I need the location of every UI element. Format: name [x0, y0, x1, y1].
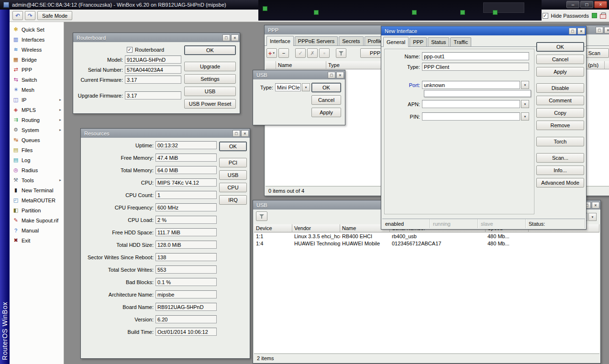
safe-mode-button[interactable]: Safe Mode [37, 11, 72, 20]
sidebar-item[interactable]: ◧ Partition [10, 205, 64, 215]
port-combo-value[interactable]: unknown [422, 81, 520, 89]
name-input[interactable] [422, 52, 529, 60]
sidebar-item[interactable]: ⚒ Tools ▸ [10, 175, 64, 185]
action-button[interactable]: OK [184, 45, 236, 55]
undo-button[interactable]: ↶ [12, 11, 23, 20]
routerboard-checkbox[interactable]: ✓ [127, 47, 133, 53]
action-button[interactable]: Apply [311, 108, 341, 117]
action-button[interactable]: Cancel [536, 55, 584, 64]
action-button[interactable]: Apply [536, 67, 584, 77]
sidebar-item[interactable]: ◎ Radius [10, 165, 64, 175]
action-button[interactable]: Cancel [311, 95, 341, 105]
action-button[interactable]: Comment [536, 96, 584, 105]
action-button[interactable]: Remove [536, 121, 584, 130]
column-header[interactable]: Name [276, 61, 326, 69]
port-dropdown-button[interactable]: ▼ [521, 81, 529, 89]
sidebar-item[interactable]: ≋ Wireless [10, 44, 64, 55]
new-interface-titlebar[interactable]: New Interface □ × [381, 26, 586, 35]
filter-button[interactable] [336, 48, 346, 58]
pin-dropdown-button[interactable]: ▼ [521, 112, 529, 121]
maximize-button[interactable]: □ [596, 27, 603, 33]
sidebar-item[interactable]: ✖ Exit [10, 235, 64, 245]
usb-type-combo-value[interactable]: Mini PCIe [275, 83, 301, 91]
routerboard-titlebar[interactable]: Routerboard □ × [73, 33, 240, 42]
sidebar-item[interactable]: ▤ Files [10, 145, 64, 155]
action-button[interactable]: OK [536, 42, 584, 52]
action-button[interactable]: OK [219, 142, 247, 151]
sidebar-item[interactable]: ⇄ PPP [10, 65, 64, 75]
pin-combo-value[interactable] [422, 112, 520, 121]
maximize-button[interactable]: □ [580, 1, 593, 8]
sidebar-item[interactable]: ◰ MetaROUTER [10, 195, 64, 205]
add-button[interactable]: +▼ [266, 48, 277, 58]
sidebar-item[interactable]: ✎ Make Supout.rif [10, 215, 64, 225]
action-button[interactable]: Copy [536, 108, 584, 118]
tab[interactable]: General [383, 37, 409, 47]
column-header[interactable]: Vendor [292, 224, 340, 232]
hide-passwords-checkbox[interactable]: ✓ [543, 13, 548, 19]
sidebar-item[interactable]: ⇆ Switch [10, 75, 64, 85]
redo-button[interactable]: ↷ [25, 11, 35, 20]
filter-button[interactable] [256, 211, 267, 221]
action-button[interactable]: Scan... [536, 153, 584, 163]
maximize-button[interactable]: □ [569, 28, 576, 34]
tab[interactable]: Status [428, 37, 449, 46]
sidebar-item[interactable]: ↹ Queues [10, 135, 64, 145]
resources-titlebar[interactable]: Resources □ × [81, 129, 250, 138]
remove-button[interactable]: − [278, 48, 289, 58]
action-button[interactable]: IRQ [219, 195, 247, 205]
sidebar-item[interactable]: ✳ Mesh [10, 85, 64, 95]
comment-button[interactable]: ▫ [319, 48, 330, 58]
action-button[interactable]: USB Power Reset [184, 99, 236, 109]
tab[interactable]: Interface [266, 36, 294, 46]
action-button[interactable]: OK [311, 83, 341, 92]
close-button[interactable]: × [592, 202, 599, 209]
close-button[interactable]: × [604, 27, 609, 33]
disable-button[interactable]: ✗ [307, 48, 318, 58]
close-button[interactable]: × [594, 1, 607, 8]
column-header[interactable]: Type [326, 61, 388, 69]
tab[interactable]: PPPoE Servers [295, 36, 338, 45]
dropdown-button[interactable]: ▼ [302, 83, 310, 91]
sidebar-item[interactable]: ✻ Quick Set [10, 24, 64, 34]
sidebar-item[interactable]: ▮ New Terminal [10, 185, 64, 195]
maximize-button[interactable]: □ [328, 72, 335, 78]
usb-dialog-titlebar[interactable]: USB □ × [253, 70, 345, 79]
action-button[interactable]: Settings [184, 74, 236, 84]
action-button[interactable]: USB [184, 87, 236, 96]
sidebar-item[interactable]: ? Manual [10, 225, 64, 235]
action-button[interactable]: Info... [536, 165, 584, 175]
sidebar-item[interactable]: ▦ Bridge [10, 55, 64, 65]
column-header[interactable]: Device [254, 224, 292, 232]
maximize-button[interactable]: □ [222, 34, 230, 41]
close-button[interactable]: × [231, 34, 239, 41]
table-row[interactable]: 1:1 Linux 3.3.5 ehci_hcd RB400 EHCI rb40… [254, 232, 599, 240]
tab[interactable]: PPP [410, 37, 427, 46]
enable-button[interactable]: ✓ [295, 48, 306, 58]
dropdown-button[interactable]: ▼ [588, 213, 597, 221]
sidebar-item[interactable]: ⇉ Routing ▸ [10, 115, 64, 125]
apn-combo-value[interactable] [422, 100, 520, 108]
sidebar-item[interactable]: ▥ Interfaces [10, 34, 64, 44]
apn-dropdown-button[interactable]: ▼ [521, 100, 529, 108]
action-button[interactable]: Advanced Mode [536, 178, 584, 188]
sidebar-item[interactable]: ⚙ System ▸ [10, 125, 64, 135]
action-button[interactable]: Torch [536, 137, 584, 146]
port-dropdown-list[interactable] [424, 90, 531, 97]
action-button[interactable]: PCI [219, 158, 247, 167]
minimize-button[interactable]: – [566, 1, 579, 8]
tab[interactable]: Secrets [339, 36, 363, 45]
maximize-button[interactable]: □ [233, 130, 240, 137]
action-button[interactable]: Upgrade [184, 62, 236, 71]
action-button[interactable]: USB [219, 170, 247, 180]
sidebar-item[interactable]: ◫ IP ▸ [10, 95, 64, 105]
column-header[interactable] [266, 61, 276, 69]
tab[interactable]: Traffic [450, 37, 471, 46]
action-button[interactable]: Disable [536, 83, 584, 93]
sidebar-item[interactable]: ◈ MPLS ▸ [10, 105, 64, 115]
close-button[interactable]: × [241, 130, 249, 137]
action-button[interactable]: CPU [219, 183, 247, 192]
sidebar-item[interactable]: ▤ Log [10, 155, 64, 165]
close-button[interactable]: × [336, 72, 344, 78]
table-row[interactable]: 1:4 HUAWEI Technology HUAWEI Mobile 0123… [254, 240, 599, 247]
